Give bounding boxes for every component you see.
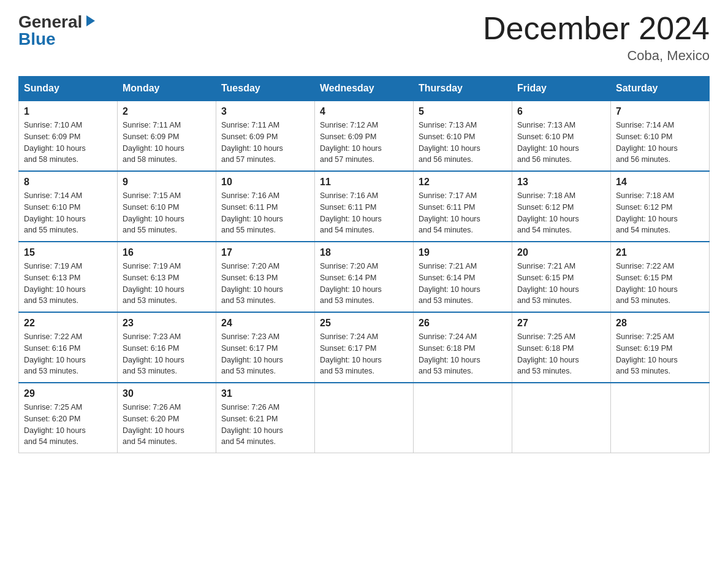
day-info: Sunrise: 7:13 AMSunset: 6:10 PMDaylight:… bbox=[419, 120, 507, 166]
calendar-cell: 26 Sunrise: 7:24 AMSunset: 6:18 PMDaylig… bbox=[414, 312, 512, 383]
calendar-cell: 22 Sunrise: 7:22 AMSunset: 6:16 PMDaylig… bbox=[19, 312, 118, 383]
day-number: 4 bbox=[320, 106, 408, 117]
day-number: 6 bbox=[517, 106, 605, 117]
calendar-cell: 8 Sunrise: 7:14 AMSunset: 6:10 PMDayligh… bbox=[19, 171, 118, 242]
month-title: December 2024 bbox=[483, 12, 710, 44]
day-info: Sunrise: 7:21 AMSunset: 6:15 PMDaylight:… bbox=[517, 261, 605, 307]
day-number: 26 bbox=[419, 318, 507, 329]
logo: General Blue bbox=[18, 12, 97, 49]
day-number: 1 bbox=[24, 106, 112, 117]
day-info: Sunrise: 7:16 AMSunset: 6:11 PMDaylight:… bbox=[320, 190, 408, 236]
calendar-cell: 11 Sunrise: 7:16 AMSunset: 6:11 PMDaylig… bbox=[315, 171, 414, 242]
day-info: Sunrise: 7:25 AMSunset: 6:19 PMDaylight:… bbox=[616, 331, 704, 377]
column-header-saturday: Saturday bbox=[611, 77, 710, 101]
calendar-cell: 5 Sunrise: 7:13 AMSunset: 6:10 PMDayligh… bbox=[414, 101, 512, 171]
day-info: Sunrise: 7:25 AMSunset: 6:20 PMDaylight:… bbox=[24, 402, 112, 448]
location: Coba, Mexico bbox=[483, 48, 710, 64]
day-info: Sunrise: 7:20 AMSunset: 6:14 PMDaylight:… bbox=[320, 261, 408, 307]
week-row-5: 29 Sunrise: 7:25 AMSunset: 6:20 PMDaylig… bbox=[19, 383, 710, 453]
calendar-cell: 30 Sunrise: 7:26 AMSunset: 6:20 PMDaylig… bbox=[118, 383, 216, 453]
day-info: Sunrise: 7:25 AMSunset: 6:18 PMDaylight:… bbox=[517, 331, 605, 377]
day-info: Sunrise: 7:26 AMSunset: 6:20 PMDaylight:… bbox=[123, 402, 211, 448]
day-info: Sunrise: 7:18 AMSunset: 6:12 PMDaylight:… bbox=[517, 190, 605, 236]
day-info: Sunrise: 7:20 AMSunset: 6:13 PMDaylight:… bbox=[221, 261, 309, 307]
calendar-cell: 28 Sunrise: 7:25 AMSunset: 6:19 PMDaylig… bbox=[611, 312, 710, 383]
header-row: SundayMondayTuesdayWednesdayThursdayFrid… bbox=[19, 77, 710, 101]
day-number: 25 bbox=[320, 318, 408, 329]
day-number: 14 bbox=[616, 177, 704, 188]
day-number: 21 bbox=[616, 247, 704, 258]
day-number: 2 bbox=[123, 106, 211, 117]
day-number: 27 bbox=[517, 318, 605, 329]
calendar-cell: 29 Sunrise: 7:25 AMSunset: 6:20 PMDaylig… bbox=[19, 383, 118, 453]
column-header-sunday: Sunday bbox=[19, 77, 118, 101]
day-info: Sunrise: 7:21 AMSunset: 6:14 PMDaylight:… bbox=[419, 261, 507, 307]
day-info: Sunrise: 7:24 AMSunset: 6:18 PMDaylight:… bbox=[419, 331, 507, 377]
calendar-cell: 15 Sunrise: 7:19 AMSunset: 6:13 PMDaylig… bbox=[19, 242, 118, 312]
calendar-cell: 13 Sunrise: 7:18 AMSunset: 6:12 PMDaylig… bbox=[512, 171, 611, 242]
calendar-cell: 19 Sunrise: 7:21 AMSunset: 6:14 PMDaylig… bbox=[414, 242, 512, 312]
day-number: 11 bbox=[320, 177, 408, 188]
calendar-cell: 18 Sunrise: 7:20 AMSunset: 6:14 PMDaylig… bbox=[315, 242, 414, 312]
calendar-body: 1 Sunrise: 7:10 AMSunset: 6:09 PMDayligh… bbox=[19, 101, 710, 453]
day-number: 22 bbox=[24, 318, 112, 329]
calendar-cell: 7 Sunrise: 7:14 AMSunset: 6:10 PMDayligh… bbox=[611, 101, 710, 171]
day-number: 9 bbox=[123, 177, 211, 188]
day-number: 19 bbox=[419, 247, 507, 258]
day-number: 13 bbox=[517, 177, 605, 188]
page-header: General Blue December 2024 Coba, Mexico bbox=[18, 12, 710, 64]
day-info: Sunrise: 7:16 AMSunset: 6:11 PMDaylight:… bbox=[221, 190, 309, 236]
day-info: Sunrise: 7:10 AMSunset: 6:09 PMDaylight:… bbox=[24, 120, 112, 166]
calendar-cell: 1 Sunrise: 7:10 AMSunset: 6:09 PMDayligh… bbox=[19, 101, 118, 171]
column-header-friday: Friday bbox=[512, 77, 611, 101]
day-info: Sunrise: 7:19 AMSunset: 6:13 PMDaylight:… bbox=[123, 261, 211, 307]
day-info: Sunrise: 7:14 AMSunset: 6:10 PMDaylight:… bbox=[616, 120, 704, 166]
week-row-1: 1 Sunrise: 7:10 AMSunset: 6:09 PMDayligh… bbox=[19, 101, 710, 171]
column-header-wednesday: Wednesday bbox=[315, 77, 414, 101]
day-number: 10 bbox=[221, 177, 309, 188]
day-number: 8 bbox=[24, 177, 112, 188]
calendar-cell: 4 Sunrise: 7:12 AMSunset: 6:09 PMDayligh… bbox=[315, 101, 414, 171]
day-number: 31 bbox=[221, 388, 309, 399]
logo-blue-text: Blue bbox=[18, 29, 56, 48]
header-right: December 2024 Coba, Mexico bbox=[483, 12, 710, 64]
day-number: 7 bbox=[616, 106, 704, 117]
day-info: Sunrise: 7:23 AMSunset: 6:17 PMDaylight:… bbox=[221, 331, 309, 377]
calendar-cell: 20 Sunrise: 7:21 AMSunset: 6:15 PMDaylig… bbox=[512, 242, 611, 312]
calendar-cell: 21 Sunrise: 7:22 AMSunset: 6:15 PMDaylig… bbox=[611, 242, 710, 312]
day-info: Sunrise: 7:23 AMSunset: 6:16 PMDaylight:… bbox=[123, 331, 211, 377]
day-number: 17 bbox=[221, 247, 309, 258]
day-info: Sunrise: 7:18 AMSunset: 6:12 PMDaylight:… bbox=[616, 190, 704, 236]
calendar-cell bbox=[315, 383, 414, 453]
calendar-header: SundayMondayTuesdayWednesdayThursdayFrid… bbox=[19, 77, 710, 101]
column-header-thursday: Thursday bbox=[414, 77, 512, 101]
day-number: 18 bbox=[320, 247, 408, 258]
calendar-cell: 9 Sunrise: 7:15 AMSunset: 6:10 PMDayligh… bbox=[118, 171, 216, 242]
svg-marker-0 bbox=[86, 15, 95, 26]
calendar-cell: 31 Sunrise: 7:26 AMSunset: 6:21 PMDaylig… bbox=[216, 383, 315, 453]
calendar-cell: 16 Sunrise: 7:19 AMSunset: 6:13 PMDaylig… bbox=[118, 242, 216, 312]
day-number: 28 bbox=[616, 318, 704, 329]
calendar-cell: 17 Sunrise: 7:20 AMSunset: 6:13 PMDaylig… bbox=[216, 242, 315, 312]
day-number: 3 bbox=[221, 106, 309, 117]
day-info: Sunrise: 7:17 AMSunset: 6:11 PMDaylight:… bbox=[419, 190, 507, 236]
calendar-cell bbox=[414, 383, 512, 453]
calendar-table: SundayMondayTuesdayWednesdayThursdayFrid… bbox=[18, 76, 710, 453]
day-info: Sunrise: 7:19 AMSunset: 6:13 PMDaylight:… bbox=[24, 261, 112, 307]
calendar-cell: 6 Sunrise: 7:13 AMSunset: 6:10 PMDayligh… bbox=[512, 101, 611, 171]
day-number: 23 bbox=[123, 318, 211, 329]
day-number: 12 bbox=[419, 177, 507, 188]
column-header-monday: Monday bbox=[118, 77, 216, 101]
week-row-3: 15 Sunrise: 7:19 AMSunset: 6:13 PMDaylig… bbox=[19, 242, 710, 312]
week-row-2: 8 Sunrise: 7:14 AMSunset: 6:10 PMDayligh… bbox=[19, 171, 710, 242]
day-number: 5 bbox=[419, 106, 507, 117]
column-header-tuesday: Tuesday bbox=[216, 77, 315, 101]
day-number: 20 bbox=[517, 247, 605, 258]
calendar-cell: 27 Sunrise: 7:25 AMSunset: 6:18 PMDaylig… bbox=[512, 312, 611, 383]
day-number: 29 bbox=[24, 388, 112, 399]
day-info: Sunrise: 7:11 AMSunset: 6:09 PMDaylight:… bbox=[221, 120, 309, 166]
week-row-4: 22 Sunrise: 7:22 AMSunset: 6:16 PMDaylig… bbox=[19, 312, 710, 383]
day-number: 15 bbox=[24, 247, 112, 258]
day-number: 24 bbox=[221, 318, 309, 329]
calendar-cell: 25 Sunrise: 7:24 AMSunset: 6:17 PMDaylig… bbox=[315, 312, 414, 383]
